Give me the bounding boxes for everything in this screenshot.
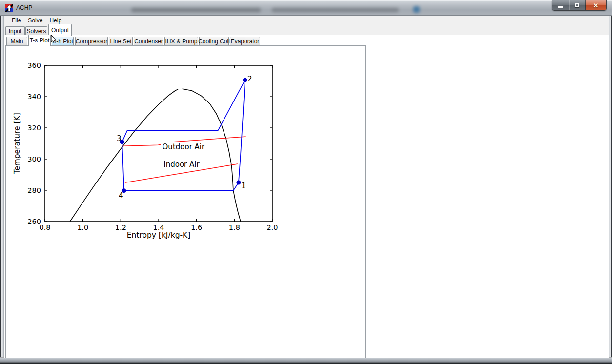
tab-ts-plot[interactable]: T-s Plot [28, 35, 51, 46]
window-controls: ✕ [552, 0, 607, 11]
tab-compressor[interactable]: Compressor [75, 37, 108, 45]
tab-line-set[interactable]: Line Set [109, 37, 133, 45]
maximize-button[interactable] [569, 0, 586, 10]
tab-solvers[interactable]: Solvers [25, 26, 47, 35]
tab-output[interactable]: Output [48, 24, 72, 36]
air-label: Outdoor Air [163, 142, 205, 151]
air-label: Indoor Air [163, 160, 200, 169]
tab-strip-level1: Input Solvers Output [4, 25, 609, 35]
cycle-point-label: 1 [241, 182, 246, 190]
x-tick-label: 1.8 [229, 223, 240, 231]
achp-window: ACHP ✕ File Solve Help Input Solvers Out… [0, 0, 612, 364]
window-frame-left [0, 16, 4, 357]
maximize-icon [575, 3, 579, 7]
tab-evaporator[interactable]: Evaporator [230, 37, 260, 45]
window-title: ACHP [16, 4, 32, 11]
menu-bar: File Solve Help [4, 16, 609, 25]
cycle-point-2 [243, 78, 247, 82]
x-axis-label: Entropy [kJ/kg-K] [127, 231, 191, 240]
y-tick-label: 280 [27, 186, 41, 194]
tab-input[interactable]: Input [5, 26, 25, 35]
cycle-point-1 [236, 181, 241, 185]
close-button[interactable]: ✕ [586, 0, 606, 10]
cycle-point-label: 2 [247, 75, 252, 83]
plot-axes-box [45, 65, 272, 222]
output-page: Main T-s Plot P-h Plot Compressor Line S… [4, 35, 609, 358]
menu-file[interactable]: File [8, 16, 24, 25]
cycle-point-label: 4 [119, 191, 123, 200]
client-area: File Solve Help Input Solvers Output Mai… [4, 16, 609, 358]
achp-app-icon [5, 4, 13, 12]
tab-cooling-coil[interactable]: Cooling Coil [199, 37, 229, 45]
tab-condenser[interactable]: Condenser [134, 37, 163, 45]
tab-strip-divider [4, 35, 609, 35]
saturation-dome [183, 89, 241, 222]
cycle-point-label: 3 [117, 134, 122, 143]
minimize-button[interactable] [552, 0, 569, 10]
background-window-ghost [272, 8, 399, 12]
ts-plot-pane: Outdoor AirIndoor Air12340.81.01.21.41.6… [5, 45, 366, 358]
menu-solve[interactable]: Solve [24, 16, 46, 25]
background-window-ghost [131, 8, 261, 12]
saturation-dome [70, 89, 178, 222]
x-tick-label: 1.0 [77, 223, 88, 231]
tab-ihx-pump[interactable]: IHX & Pump [164, 37, 198, 45]
titlebar[interactable]: ACHP ✕ [0, 0, 612, 16]
ts-plot-chart: Outdoor AirIndoor Air12340.81.01.21.41.6… [6, 46, 365, 358]
y-tick-label: 300 [27, 155, 41, 163]
x-tick-label: 1.6 [191, 223, 202, 231]
mouse-cursor [51, 35, 58, 44]
y-tick-label: 340 [27, 93, 41, 101]
x-tick-label: 1.2 [115, 223, 126, 231]
x-tick-label: 1.4 [153, 223, 164, 231]
close-icon: ✕ [593, 2, 599, 9]
x-tick-label: 2.0 [266, 223, 278, 231]
cycle-line [122, 80, 245, 191]
y-tick-label: 360 [27, 61, 41, 69]
minimize-icon [558, 6, 563, 8]
y-tick-label: 320 [27, 124, 41, 132]
y-axis-label: Temperature [K] [13, 113, 21, 174]
y-tick-label: 260 [27, 218, 41, 225]
background-icon-ghost [413, 6, 420, 13]
tab-main[interactable]: Main [6, 37, 27, 45]
